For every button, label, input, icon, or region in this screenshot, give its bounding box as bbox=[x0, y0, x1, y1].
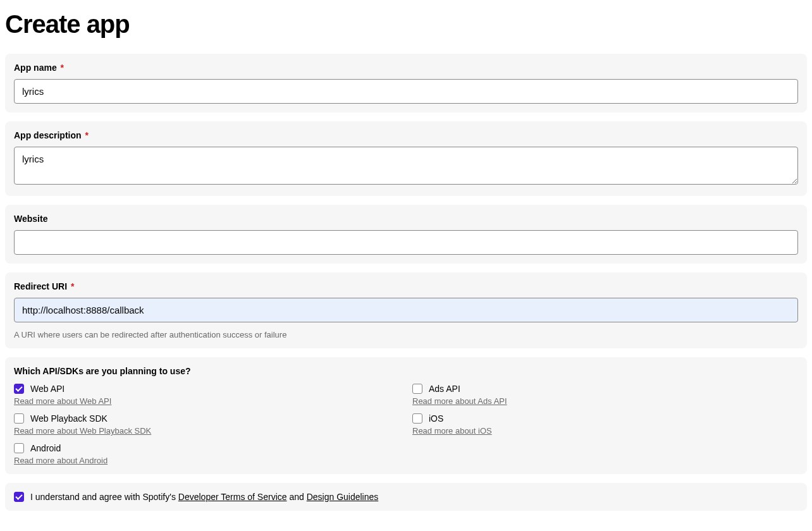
api-label: Ads API bbox=[429, 384, 460, 394]
app-name-label: App name * bbox=[14, 63, 798, 73]
agreement-connector: and bbox=[287, 492, 307, 502]
section-apis: Which API/SDKs are you planning to use? … bbox=[5, 357, 807, 474]
checkbox-android[interactable] bbox=[14, 443, 24, 453]
section-website: Website bbox=[5, 205, 807, 264]
api-label: Android bbox=[30, 443, 61, 453]
section-agreement: I understand and agree with Spotify's De… bbox=[5, 483, 807, 511]
required-asterisk: * bbox=[85, 130, 88, 140]
agreement-text: I understand and agree with Spotify's De… bbox=[30, 492, 378, 502]
section-app-name: App name * bbox=[5, 54, 807, 113]
redirect-uri-input[interactable] bbox=[14, 298, 798, 322]
checkbox-ios[interactable] bbox=[412, 413, 422, 424]
apis-question: Which API/SDKs are you planning to use? bbox=[14, 366, 798, 376]
apis-grid: Web API Read more about Web API Ads API … bbox=[14, 384, 798, 465]
app-name-label-text: App name bbox=[14, 63, 57, 73]
readmore-web-playback[interactable]: Read more about Web Playback SDK bbox=[14, 426, 151, 436]
terms-link[interactable]: Developer Terms of Service bbox=[178, 492, 287, 502]
page-title: Create app bbox=[5, 10, 807, 39]
required-asterisk: * bbox=[71, 281, 74, 291]
redirect-uri-label-text: Redirect URI bbox=[14, 281, 67, 291]
section-redirect-uri: Redirect URI * A URI where users can be … bbox=[5, 272, 807, 348]
guidelines-link[interactable]: Design Guidelines bbox=[307, 492, 379, 502]
app-description-input[interactable]: lyrics bbox=[14, 147, 798, 185]
required-asterisk: * bbox=[61, 63, 64, 73]
redirect-uri-label: Redirect URI * bbox=[14, 281, 798, 291]
api-label: iOS bbox=[429, 413, 443, 424]
api-item-web-playback: Web Playback SDK Read more about Web Pla… bbox=[14, 413, 400, 436]
checkbox-agreement[interactable] bbox=[14, 492, 24, 502]
api-label: Web API bbox=[30, 384, 65, 394]
app-name-input[interactable] bbox=[14, 79, 798, 104]
app-description-label-text: App description bbox=[14, 130, 82, 140]
checkbox-ads-api[interactable] bbox=[412, 384, 422, 394]
api-item-web-api: Web API Read more about Web API bbox=[14, 384, 400, 406]
api-label: Web Playback SDK bbox=[30, 413, 108, 424]
api-item-ios: iOS Read more about iOS bbox=[412, 413, 798, 436]
checkbox-web-playback[interactable] bbox=[14, 413, 24, 424]
agreement-prefix: I understand and agree with Spotify's bbox=[30, 492, 178, 502]
website-label: Website bbox=[14, 214, 798, 224]
readmore-ads-api[interactable]: Read more about Ads API bbox=[412, 396, 507, 406]
website-input[interactable] bbox=[14, 230, 798, 255]
app-description-label: App description * bbox=[14, 130, 798, 140]
section-app-description: App description * lyrics bbox=[5, 121, 807, 196]
api-item-android: Android Read more about Android bbox=[14, 443, 400, 465]
redirect-uri-helper: A URI where users can be redirected afte… bbox=[14, 330, 798, 339]
readmore-ios[interactable]: Read more about iOS bbox=[412, 426, 492, 436]
checkbox-web-api[interactable] bbox=[14, 384, 24, 394]
website-label-text: Website bbox=[14, 214, 47, 224]
readmore-android[interactable]: Read more about Android bbox=[14, 456, 108, 465]
api-item-ads-api: Ads API Read more about Ads API bbox=[412, 384, 798, 406]
readmore-web-api[interactable]: Read more about Web API bbox=[14, 396, 111, 406]
